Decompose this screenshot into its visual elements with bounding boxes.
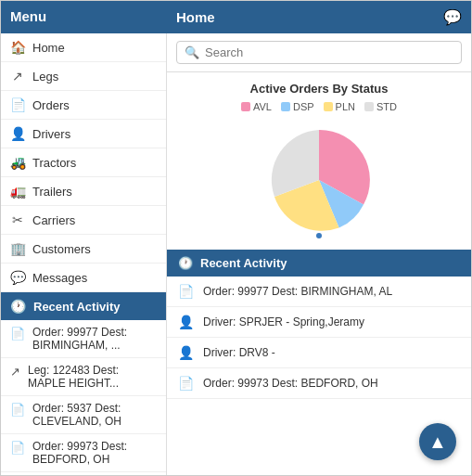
legend-item-std: STD: [364, 101, 397, 112]
sidebar-recent-item[interactable]: ↗Leg: 122483 Dest: MAPLE HEIGHT...: [1, 358, 166, 396]
search-icon: 🔍: [185, 45, 199, 59]
sidebar-item-tractors[interactable]: 🚜Tractors: [1, 148, 166, 177]
sidebar-item-messages[interactable]: 💬Messages: [1, 264, 166, 292]
home-icon: 🏠: [10, 40, 25, 55]
sidebar-item-drivers[interactable]: 👤Drivers: [1, 120, 166, 148]
recent-activity-clock-icon: 🕐: [178, 256, 193, 270]
sidebar-item-label: Messages: [32, 271, 87, 285]
sidebar-recent-list: 📄Order: 99977 Dest: BIRMINGHAM, ...↗Leg:…: [1, 320, 166, 475]
sidebar-item-label: Carriers: [32, 213, 75, 227]
search-bar[interactable]: 🔍: [176, 41, 462, 64]
doc-icon: 📄: [10, 441, 25, 455]
activity-item[interactable]: 📄Order: 99973 Dest: BEDFORD, OH: [167, 368, 471, 399]
chart-legend: AVLDSPPLNSTD: [176, 101, 462, 112]
sidebar-item-label: Home: [32, 41, 65, 55]
activity-item[interactable]: 👤Driver: DRV8 -: [167, 338, 471, 368]
clock-icon: 🕐: [10, 299, 26, 314]
carriers-icon: ✂: [10, 212, 25, 227]
sidebar-recent-item[interactable]: 📄Order: 99977 Dest: BIRMINGHAM, ...: [1, 320, 166, 358]
doc-icon: ↗: [10, 365, 20, 379]
list-item-text: Leg: 122483 Dest: MAPLE HEIGHT...: [28, 364, 157, 390]
activity-text: Order: 99973 Dest: BEDFORD, OH: [203, 377, 378, 390]
search-container: 🔍: [167, 33, 471, 72]
recent-activity-label: Recent Activity: [200, 256, 287, 270]
sidebar-item-label: Customers: [32, 242, 91, 256]
list-item-text: Order: 99973 Dest: BEDFORD, OH: [32, 440, 157, 466]
list-item-text: Order: 99977 Dest: BIRMINGHAM, ...: [32, 326, 157, 352]
activity-icon: 📄: [178, 284, 194, 299]
legend-dot: [241, 102, 250, 111]
messages-icon: 💬: [10, 270, 25, 285]
activity-text: Order: 99977 Dest: BIRMINGHAM, AL: [203, 285, 392, 298]
chart-section: Active Orders By Status AVLDSPPLNSTD: [167, 72, 471, 250]
fab-icon: ▲: [428, 431, 447, 453]
main-header-title: Home: [176, 9, 215, 25]
activity-text: Driver: DRV8 -: [203, 346, 275, 359]
activity-item[interactable]: 📄Order: 99977 Dest: BIRMINGHAM, AL: [167, 277, 471, 307]
legend-item-pln: PLN: [324, 101, 355, 112]
sidebar-item-customers[interactable]: 🏢Customers: [1, 235, 166, 264]
doc-icon: 📄: [10, 327, 25, 341]
sidebar-item-label: Tractors: [32, 156, 76, 170]
search-input[interactable]: [205, 45, 453, 59]
sidebar-recent-label: Recent Activity: [33, 300, 120, 314]
legend-dot: [281, 102, 290, 111]
sidebar-nav: 🏠Home↗Legs📄Orders👤Drivers🚜Tractors🚛Trail…: [1, 33, 166, 292]
fab-button[interactable]: ▲: [419, 423, 456, 460]
legend-label: DSP: [293, 101, 314, 112]
sidebar-item-trailers[interactable]: 🚛Trailers: [1, 177, 166, 206]
legend-label: STD: [376, 101, 397, 112]
legend-label: PLN: [336, 101, 355, 112]
sidebar-item-label: Drivers: [32, 127, 70, 141]
orders-icon: 📄: [10, 97, 25, 112]
tractors-icon: 🚜: [10, 155, 25, 170]
sidebar-header: Menu: [1, 1, 167, 33]
legend-label: AVL: [253, 101, 272, 112]
sidebar-item-home[interactable]: 🏠Home: [1, 33, 166, 62]
activity-item[interactable]: 👤Driver: SPRJER - Spring,Jeramy: [167, 307, 471, 338]
activity-text: Driver: SPRJER - Spring,Jeramy: [203, 315, 364, 328]
main-header: Home 💬: [167, 1, 471, 33]
sidebar-item-label: Legs: [32, 70, 58, 84]
chat-icon[interactable]: 💬: [443, 8, 462, 26]
list-item-text: Order: 5937 Dest: CLEVELAND, OH: [32, 402, 157, 428]
chart-container: [176, 120, 462, 240]
drivers-icon: 👤: [10, 126, 25, 141]
legend-item-dsp: DSP: [281, 101, 314, 112]
customers-icon: 🏢: [10, 241, 25, 256]
pie-chart: [263, 124, 375, 236]
doc-icon: 📄: [10, 403, 25, 417]
sidebar-item-label: Orders: [32, 98, 70, 112]
sidebar-recent-activity-header[interactable]: 🕐 Recent Activity: [1, 292, 166, 320]
recent-activity-header: 🕐 Recent Activity: [167, 250, 471, 277]
legs-icon: ↗: [10, 69, 25, 84]
sidebar-item-carriers[interactable]: ✂Carriers: [1, 206, 166, 235]
sidebar-item-legs[interactable]: ↗Legs: [1, 62, 166, 91]
chart-title: Active Orders By Status: [176, 82, 462, 96]
sidebar: 🏠Home↗Legs📄Orders👤Drivers🚜Tractors🚛Trail…: [1, 33, 167, 475]
sidebar-item-label: Trailers: [32, 185, 72, 199]
sidebar-recent-item[interactable]: 📄Order: 5937 Dest: CLEVELAND, OH: [1, 396, 166, 434]
sidebar-item-orders[interactable]: 📄Orders: [1, 91, 166, 120]
chart-dot: [316, 233, 322, 238]
main-area: 🔍 Active Orders By Status AVLDSPPLNSTD: [167, 33, 471, 475]
legend-dot: [324, 102, 333, 111]
activity-icon: 👤: [178, 315, 194, 329]
legend-item-avl: AVL: [241, 101, 272, 112]
activity-icon: 📄: [178, 376, 194, 391]
trailers-icon: 🚛: [10, 184, 25, 199]
sidebar-recent-item[interactable]: 📄Order: 99973 Dest: BEDFORD, OH: [1, 434, 166, 472]
activity-icon: 👤: [178, 345, 194, 360]
legend-dot: [364, 102, 374, 111]
